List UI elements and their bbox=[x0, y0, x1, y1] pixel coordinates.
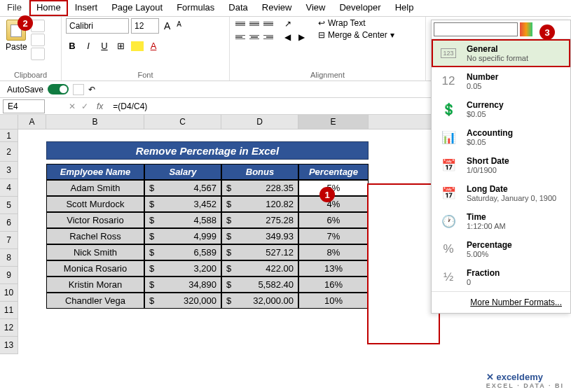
cell-name[interactable]: Rachel Ross bbox=[46, 228, 144, 244]
cell-bonus[interactable]: $120.82 bbox=[221, 196, 298, 212]
orientation-button[interactable]: ↗ bbox=[283, 18, 296, 29]
cell-name[interactable]: Nick Smith bbox=[46, 244, 144, 260]
conditional-format-icon[interactable] bbox=[520, 22, 532, 36]
copy-button[interactable] bbox=[31, 34, 45, 46]
align-bottom-button[interactable] bbox=[262, 18, 275, 29]
increase-font-button[interactable]: A bbox=[161, 18, 173, 34]
autosave-toggle[interactable] bbox=[48, 84, 69, 94]
tab-developer[interactable]: Developer bbox=[332, 0, 387, 16]
cell-salary[interactable]: $3,452 bbox=[144, 196, 221, 212]
align-middle-button[interactable] bbox=[248, 18, 261, 29]
align-top-button[interactable] bbox=[234, 18, 247, 29]
cell-bonus[interactable]: $32,000.00 bbox=[221, 293, 298, 309]
cell-salary[interactable]: $4,999 bbox=[144, 228, 221, 244]
tab-data[interactable]: Data bbox=[221, 0, 254, 16]
cell-name[interactable]: Chandler Vega bbox=[46, 293, 144, 309]
row-header[interactable]: 13 bbox=[0, 337, 18, 354]
cell-salary[interactable]: $3,200 bbox=[144, 260, 221, 276]
cell-salary[interactable]: $6,589 bbox=[144, 244, 221, 260]
row-header[interactable]: 7 bbox=[0, 232, 18, 249]
format-option-number[interactable]: 12 Number 0.05 bbox=[432, 67, 570, 95]
cell-bonus[interactable]: $228.35 bbox=[221, 180, 298, 196]
format-option-long-date[interactable]: 📅 Long Date Saturday, January 0, 1900 bbox=[432, 179, 570, 207]
cell-percentage[interactable]: 10% bbox=[298, 293, 369, 309]
cell-bonus[interactable]: $527.12 bbox=[221, 244, 298, 260]
font-size-select[interactable] bbox=[131, 18, 159, 34]
tab-view[interactable]: View bbox=[298, 0, 332, 16]
col-header-b[interactable]: B bbox=[46, 115, 144, 129]
cell-salary[interactable]: $320,000 bbox=[144, 293, 221, 309]
row-header[interactable]: 4 bbox=[0, 179, 18, 197]
cell-salary[interactable]: $4,588 bbox=[144, 212, 221, 228]
font-color-button[interactable]: A bbox=[147, 39, 160, 52]
format-option-accounting[interactable]: 📊 Accounting $0.05 bbox=[432, 123, 570, 151]
underline-button[interactable]: U bbox=[98, 39, 111, 52]
row-header[interactable]: 1 bbox=[0, 130, 18, 142]
decrease-indent-button[interactable]: ◀ bbox=[283, 31, 296, 43]
row-header[interactable]: 6 bbox=[0, 214, 18, 232]
cell-percentage[interactable]: 16% bbox=[298, 276, 369, 293]
align-right-button[interactable] bbox=[262, 31, 275, 43]
align-center-button[interactable] bbox=[248, 31, 261, 43]
cancel-formula-icon[interactable]: ✕ bbox=[66, 102, 78, 111]
tab-formulas[interactable]: Formulas bbox=[170, 0, 221, 16]
row-header[interactable]: 12 bbox=[0, 319, 18, 337]
enter-formula-icon[interactable]: ✓ bbox=[78, 102, 91, 111]
cell-salary[interactable]: $4,567 bbox=[144, 180, 221, 196]
cell-name[interactable]: Monica Rosario bbox=[46, 260, 144, 276]
tab-page-layout[interactable]: Page Layout bbox=[104, 0, 170, 16]
name-box[interactable] bbox=[3, 99, 45, 113]
increase-indent-button[interactable]: ▶ bbox=[297, 31, 310, 43]
format-option-short-date[interactable]: 📅 Short Date 1/0/1900 bbox=[432, 151, 570, 179]
font-name-select[interactable] bbox=[66, 18, 129, 34]
cell-bonus[interactable]: $349.93 bbox=[221, 228, 298, 244]
format-option-time[interactable]: 🕐 Time 1:12:00 AM bbox=[432, 207, 570, 235]
row-header[interactable]: 10 bbox=[0, 284, 18, 302]
format-option-fraction[interactable]: ½ Fraction 0 bbox=[432, 263, 570, 291]
italic-button[interactable]: I bbox=[82, 39, 95, 52]
cell-bonus[interactable]: $422.00 bbox=[221, 260, 298, 276]
format-selector[interactable] bbox=[434, 22, 518, 36]
col-header-c[interactable]: C bbox=[144, 115, 221, 129]
align-left-button[interactable] bbox=[234, 31, 247, 43]
cell-bonus[interactable]: $275.28 bbox=[221, 212, 298, 228]
save-button[interactable] bbox=[73, 84, 84, 95]
row-header[interactable]: 3 bbox=[0, 162, 18, 179]
more-formats-link[interactable]: More Number Formats... bbox=[432, 291, 570, 313]
format-option-percentage[interactable]: % Percentage 5.00% bbox=[432, 235, 570, 263]
format-option-general[interactable]: 123 General No specific format bbox=[432, 39, 570, 67]
tab-insert[interactable]: Insert bbox=[68, 0, 105, 16]
cell-name[interactable]: Adam Smith bbox=[46, 180, 144, 196]
col-header-d[interactable]: D bbox=[221, 115, 298, 129]
select-all-corner[interactable] bbox=[0, 115, 18, 129]
row-header[interactable]: 2 bbox=[0, 142, 18, 162]
col-header-a[interactable]: A bbox=[18, 115, 46, 129]
format-painter-button[interactable] bbox=[31, 48, 45, 60]
merge-center-button[interactable]: ⊟Merge & Center ▾ bbox=[318, 30, 394, 40]
wrap-text-button[interactable]: ↩Wrap Text bbox=[318, 18, 394, 28]
format-option-currency[interactable]: 💲 Currency $0.05 bbox=[432, 95, 570, 123]
col-header-e[interactable]: E bbox=[298, 115, 369, 129]
row-header[interactable]: 8 bbox=[0, 249, 18, 267]
cell-percentage[interactable]: 8% bbox=[298, 244, 369, 260]
cell-bonus[interactable]: $5,582.40 bbox=[221, 276, 298, 293]
row-header[interactable]: 11 bbox=[0, 302, 18, 319]
tab-home[interactable]: Home bbox=[29, 0, 68, 16]
cell-name[interactable]: Scott Murdock bbox=[46, 196, 144, 212]
cell-percentage[interactable]: 6% bbox=[298, 212, 369, 228]
cell-percentage[interactable]: 7% bbox=[298, 228, 369, 244]
cell-name[interactable]: Kristin Moran bbox=[46, 276, 144, 293]
cell-salary[interactable]: $34,890 bbox=[144, 276, 221, 293]
cell-name[interactable]: Victor Rosario bbox=[46, 212, 144, 228]
tab-review[interactable]: Review bbox=[255, 0, 299, 16]
decrease-font-button[interactable]: A bbox=[174, 18, 184, 34]
tab-file[interactable]: File bbox=[0, 0, 29, 16]
bold-button[interactable]: B bbox=[66, 39, 78, 52]
fill-color-button[interactable] bbox=[131, 41, 144, 51]
tab-help[interactable]: Help bbox=[388, 0, 421, 16]
fx-icon[interactable]: fx bbox=[91, 102, 109, 111]
cell-percentage[interactable]: 13% bbox=[298, 260, 369, 276]
row-header[interactable]: 5 bbox=[0, 197, 18, 214]
undo-button[interactable]: ↶ bbox=[88, 85, 95, 94]
borders-button[interactable]: ⊞ bbox=[114, 39, 128, 52]
